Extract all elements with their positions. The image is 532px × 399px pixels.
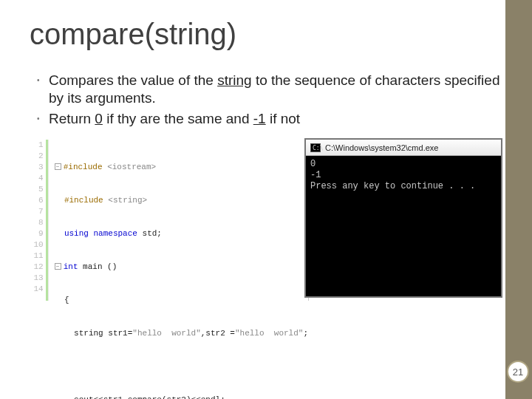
code-line [55,361,308,372]
line-number: 13 [30,273,44,284]
text: Compares the value of the [49,72,217,88]
bullet-list: • Compares the value of the string to th… [37,72,502,128]
page-number: 21 [513,366,523,378]
bullet-text: Return 0 if thy are the same and -1 if n… [49,110,300,128]
terminal-line: -1 [310,170,497,181]
cmd-icon: C:\ [310,143,321,152]
text: Return [49,111,95,126]
line-number: 10 [30,239,44,250]
bullet-dot: • [37,72,49,89]
bullet-item: • Compares the value of the string to th… [37,72,502,107]
line-number-gutter: 1 2 3 4 5 6 7 8 9 10 11 12 13 14 [30,140,49,301]
slide-title: compare(string) [30,18,502,51]
fold-icon: − [55,163,61,170]
code-editor: 1 2 3 4 5 6 7 8 9 10 11 12 13 14 −#inclu… [30,138,309,301]
line-number: 7 [30,206,44,217]
fold-icon: − [55,263,61,270]
line-number: 12 [30,262,44,273]
line-number: 2 [30,151,44,162]
line-number: 6 [30,195,44,206]
line-number: 1 [30,140,44,151]
terminal-line: Press any key to continue . . . [310,181,497,192]
code-line: −int main () [55,262,308,273]
code-area: −#include <iostream> #include <string> u… [49,140,308,301]
terminal-line: 0 [310,159,497,170]
line-number: 11 [30,250,44,262]
code-line: using namespace std; [55,228,308,239]
code-line: string str1="hello world",str2 ="hello w… [55,328,308,339]
text: if not [266,111,300,126]
underlined-word: 0 [95,111,103,126]
line-number: 3 [30,162,44,173]
code-line: { [55,295,308,306]
bullet-dot: • [37,110,49,128]
terminal-titlebar: C:\ C:\Windows\system32\cmd.exe [306,140,501,156]
underlined-word: -1 [253,111,266,126]
terminal-body: 0 -1 Press any key to continue . . . [306,156,501,296]
terminal-window: C:\ C:\Windows\system32\cmd.exe 0 -1 Pre… [304,138,502,298]
page-number-badge: 21 [507,361,529,383]
terminal-title: C:\Windows\system32\cmd.exe [325,143,438,152]
bullet-item: • Return 0 if thy are the same and -1 if… [37,110,502,128]
line-number: 4 [30,173,44,184]
code-line: cout<<str1.compare(str2)<<endl; [55,395,308,399]
line-number: 8 [30,217,44,228]
accent-bar [505,0,532,399]
line-number: 5 [30,184,44,195]
line-number: 14 [30,284,44,295]
code-line: #include <string> [55,195,308,206]
underlined-word: string [217,72,251,88]
change-stripe [46,140,48,301]
figure-row: 1 2 3 4 5 6 7 8 9 10 11 12 13 14 −#inclu… [30,138,502,301]
line-number: 9 [30,228,44,239]
slide: compare(string) • Compares the value of … [0,0,532,399]
bullet-text: Compares the value of the string to the … [49,72,502,107]
text: if thy are the same and [103,111,253,126]
code-line: −#include <iostream> [55,162,308,173]
